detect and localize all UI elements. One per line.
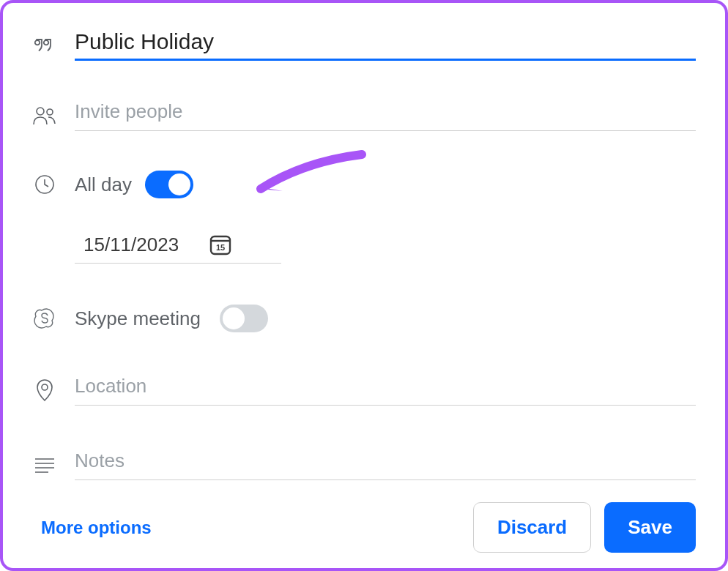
date-row: 15/11/2023 15: [32, 232, 696, 264]
location-input[interactable]: [75, 375, 696, 398]
more-options-link[interactable]: More options: [41, 518, 152, 538]
skype-label: Skype meeting: [75, 307, 201, 330]
clock-icon: [32, 173, 57, 195]
discard-button[interactable]: Discard: [473, 502, 591, 553]
calendar-icon[interactable]: 15: [208, 232, 233, 257]
invite-people-input[interactable]: [75, 100, 696, 123]
skype-icon: [32, 307, 57, 329]
allday-toggle[interactable]: [145, 171, 193, 198]
svg-point-1: [47, 109, 53, 115]
location-icon: [32, 378, 57, 402]
skype-toggle[interactable]: [220, 305, 268, 332]
location-row: [32, 375, 696, 406]
tag-icon: [32, 37, 57, 53]
svg-point-0: [37, 108, 44, 115]
save-button[interactable]: Save: [604, 502, 696, 553]
allday-row: All day: [32, 171, 696, 198]
date-value: 15/11/2023: [83, 234, 179, 256]
skype-row: Skype meeting: [32, 305, 696, 332]
invite-row: [32, 100, 696, 131]
svg-point-5: [42, 384, 48, 390]
event-title-input[interactable]: [75, 29, 696, 61]
notes-row: [32, 449, 696, 480]
notes-icon: [32, 456, 57, 474]
annotation-arrow-icon: [252, 149, 369, 222]
allday-label: All day: [75, 173, 132, 196]
title-row: [32, 29, 696, 61]
date-field[interactable]: 15/11/2023 15: [75, 232, 281, 264]
svg-text:15: 15: [216, 243, 225, 252]
footer: More options Discard Save: [32, 480, 696, 553]
people-icon: [32, 105, 57, 126]
event-dialog: All day 15/11/2023 15: [0, 0, 728, 571]
notes-input[interactable]: [75, 449, 696, 472]
